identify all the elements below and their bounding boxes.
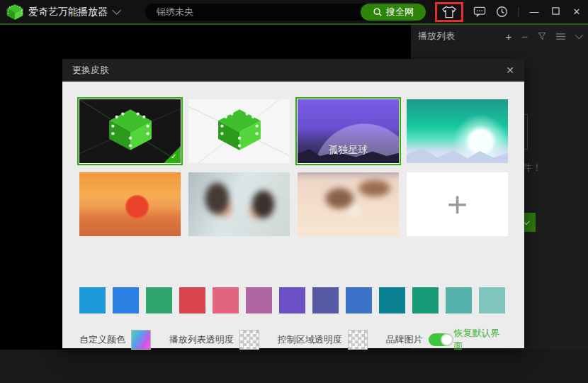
search-button-label: 搜全网 bbox=[386, 6, 414, 18]
minimize-button[interactable]: — bbox=[528, 6, 540, 17]
color-swatch[interactable] bbox=[379, 287, 405, 313]
playlist-remove-icon[interactable]: − bbox=[521, 31, 528, 42]
playlist-title: 播放列表 bbox=[418, 30, 505, 43]
playlist-header: 播放列表 + − bbox=[411, 25, 588, 43]
brand-image-label: 品牌图片 bbox=[386, 333, 423, 346]
color-swatch[interactable] bbox=[312, 287, 339, 313]
color-swatch[interactable] bbox=[346, 287, 372, 313]
app-title: 爱奇艺万能播放器 bbox=[28, 6, 108, 18]
control-opacity-label: 控制区域透明度 bbox=[278, 333, 342, 346]
close-button[interactable]: ✕ bbox=[571, 6, 582, 17]
control-bar bbox=[0, 350, 588, 383]
app-logo-icon bbox=[6, 4, 24, 21]
color-swatch[interactable] bbox=[446, 287, 472, 313]
toggle-knob bbox=[441, 333, 453, 346]
custom-color-label: 自定义颜色 bbox=[79, 333, 125, 346]
skin-tshirt-icon[interactable] bbox=[441, 6, 457, 18]
color-swatches bbox=[79, 287, 505, 313]
playlist-opacity-swatch[interactable] bbox=[239, 330, 259, 350]
playlist-filter-icon[interactable] bbox=[538, 32, 546, 40]
skin-tile-light-logo[interactable] bbox=[188, 99, 290, 163]
playlist-list-mode-icon[interactable] bbox=[556, 33, 565, 40]
dialog-body: ✓孤独星球+ 自定义颜色 播放列表透明度 控制区域透明度 品牌图片 恢复默认界面 bbox=[62, 82, 524, 348]
app-window: 爱奇艺万能播放器 锦绣未央 ✕ 搜全网 bbox=[0, 0, 588, 383]
custom-color-picker[interactable] bbox=[131, 330, 151, 350]
feedback-icon[interactable] bbox=[473, 6, 486, 18]
dialog-close-icon[interactable]: ✕ bbox=[506, 65, 514, 76]
restore-default-link[interactable]: 恢复默认界面 bbox=[453, 327, 509, 353]
color-swatch[interactable] bbox=[412, 287, 439, 313]
dialog-title: 更换皮肤 bbox=[72, 64, 506, 77]
skin-tile-planet[interactable]: 孤独星球 bbox=[298, 99, 399, 163]
color-swatch[interactable] bbox=[279, 287, 305, 313]
search-button[interactable]: 搜全网 bbox=[361, 4, 426, 21]
color-swatch[interactable] bbox=[246, 287, 272, 313]
skin-settings-row: 自定义颜色 播放列表透明度 控制区域透明度 品牌图片 恢复默认界面 bbox=[79, 328, 509, 352]
change-skin-dialog: 更换皮肤 ✕ ✓孤独星球+ 自定义颜色 播放列表透明度 控制区域透明度 品牌图片… bbox=[62, 59, 524, 348]
titlebar: 爱奇艺万能播放器 锦绣未央 ✕ 搜全网 bbox=[0, 0, 588, 23]
filmstrip-cube-logo-icon bbox=[105, 108, 156, 155]
skin-tile-couple[interactable] bbox=[188, 172, 290, 236]
skin-tile-add[interactable]: + bbox=[407, 172, 508, 236]
skin-tile-label: 孤独星球 bbox=[298, 144, 399, 157]
playlist-add-icon[interactable]: + bbox=[505, 31, 511, 42]
maximize-button[interactable] bbox=[550, 6, 561, 17]
search-icon bbox=[373, 7, 383, 17]
selected-check-badge: ✓ bbox=[164, 146, 181, 163]
playlist-opacity-label: 播放列表透明度 bbox=[169, 333, 234, 346]
accent-divider bbox=[0, 23, 588, 25]
control-opacity-swatch[interactable] bbox=[348, 330, 368, 350]
dialog-header: 更换皮肤 ✕ bbox=[62, 59, 524, 82]
color-swatch[interactable] bbox=[146, 287, 172, 313]
skin-tile-cat[interactable] bbox=[298, 172, 399, 236]
playlist-hint-text: 件！ bbox=[522, 162, 542, 174]
color-swatch[interactable] bbox=[479, 287, 505, 313]
search-bar[interactable]: 锦绣未央 ✕ 搜全网 bbox=[145, 4, 426, 21]
playlist-collapse-chevron-icon[interactable] bbox=[575, 31, 583, 39]
skin-tile-aurora[interactable] bbox=[407, 99, 508, 163]
annotation-highlight-box bbox=[435, 2, 463, 22]
titlebar-actions: — ✕ bbox=[435, 0, 582, 23]
color-swatch[interactable] bbox=[79, 287, 106, 313]
filmstrip-cube-logo-icon bbox=[214, 108, 265, 155]
history-clock-icon[interactable] bbox=[496, 6, 508, 18]
app-menu-chevron-down-icon[interactable] bbox=[112, 6, 121, 15]
skin-tile-desert[interactable] bbox=[79, 172, 181, 236]
skin-tile-dark-logo[interactable]: ✓ bbox=[79, 99, 181, 163]
color-swatch[interactable] bbox=[179, 287, 205, 313]
color-swatch[interactable] bbox=[113, 287, 139, 313]
brand-image-toggle[interactable] bbox=[429, 333, 454, 346]
skin-grid: ✓孤独星球+ bbox=[79, 99, 508, 236]
playlist-toolbar: + − bbox=[505, 31, 581, 42]
titlebar-divider bbox=[518, 7, 519, 17]
color-swatch[interactable] bbox=[213, 287, 239, 313]
